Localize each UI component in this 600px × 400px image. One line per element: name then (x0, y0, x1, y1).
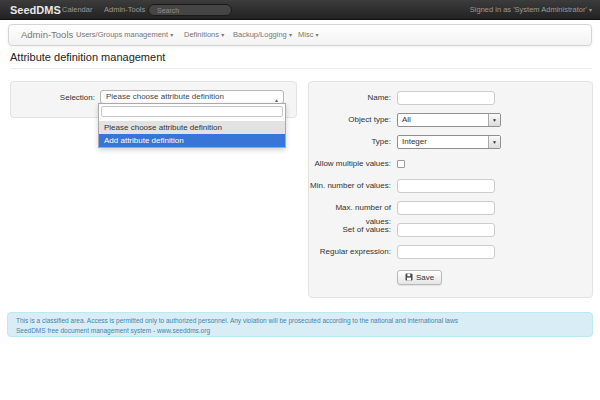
type-select-value: Integer (402, 137, 427, 146)
object-type-label: Object type: (309, 113, 391, 127)
caret-down-icon: ▾ (316, 32, 319, 38)
allow-multiple-label: Allow multiple values: (309, 157, 391, 171)
nav-backup-logging-label: Backup/Logging (233, 30, 287, 39)
regex-field[interactable] (397, 245, 495, 259)
user-menu-label: Signed in as 'System Administrator' (470, 5, 587, 14)
admin-navbar-brand[interactable]: Admin-Tools (21, 25, 73, 45)
nav-calendar[interactable]: Calendar (62, 0, 92, 20)
page-title: Attribute definition management (10, 51, 165, 63)
save-button[interactable]: Save (397, 270, 442, 285)
attribute-form-panel: Name: Object type: All ▼ Type: Integer ▼… (308, 81, 593, 298)
attribute-definition-select[interactable]: Please choose attribute definition ▴ (100, 90, 284, 104)
nav-users-groups[interactable]: Users/Groups management ▾ (76, 25, 173, 45)
page: SeedDMS Calendar Admin-Tools Signed in a… (0, 0, 600, 400)
select-arrow-icon: ▼ (488, 114, 500, 126)
allow-multiple-checkbox[interactable] (397, 160, 405, 168)
min-values-label: Min. number of values: (309, 179, 391, 193)
set-values-field[interactable] (397, 223, 495, 237)
caret-down-icon: ▾ (221, 32, 224, 38)
nav-misc[interactable]: Misc ▾ (298, 25, 319, 45)
form-row-regex: Regular expression: (309, 245, 592, 259)
select-arrow-icon: ▼ (488, 136, 500, 148)
dropdown-search-input[interactable] (101, 106, 283, 117)
user-menu[interactable]: Signed in as 'System Administrator' ▾ (470, 0, 592, 20)
divider (10, 68, 592, 69)
caret-down-icon: ▾ (589, 7, 592, 13)
attribute-definition-select-value: Please choose attribute definition (106, 92, 224, 101)
name-field[interactable] (397, 91, 495, 105)
nav-users-groups-label: Users/Groups management (76, 30, 168, 39)
select-dropdown: Please choose attribute definition Add a… (98, 103, 286, 148)
selection-label: Selection: (10, 93, 95, 102)
caret-down-icon: ▾ (170, 32, 173, 38)
save-icon (405, 273, 413, 281)
footer-notice: This is a classified area. Access is per… (7, 312, 593, 337)
form-row-object-type: Object type: All ▼ (309, 113, 592, 127)
nav-backup-logging[interactable]: Backup/Logging ▾ (233, 25, 292, 45)
save-row: Save (397, 267, 592, 285)
footer-line-1: This is a classified area. Access is per… (16, 316, 584, 326)
object-type-select[interactable]: All ▼ (397, 113, 501, 127)
option-please-choose[interactable]: Please choose attribute definition (99, 121, 285, 134)
save-button-label: Save (416, 273, 434, 282)
name-label: Name: (309, 91, 391, 105)
type-select[interactable]: Integer ▼ (397, 135, 501, 149)
form-row-max: Max. number of values: (309, 201, 592, 215)
form-row-type: Type: Integer ▼ (309, 135, 592, 149)
form-row-set: Set of values: (309, 223, 592, 237)
form-row-multiple: Allow multiple values: (309, 157, 592, 171)
regex-label: Regular expression: (309, 245, 391, 259)
admin-navbar: Admin-Tools Users/Groups management ▾ De… (8, 24, 592, 46)
max-values-field[interactable] (397, 201, 495, 215)
caret-down-icon: ▾ (289, 32, 292, 38)
brand-seeddms[interactable]: SeedDMS (10, 0, 61, 20)
nav-misc-label: Misc (298, 30, 313, 39)
nav-definitions-label: Definitions (184, 30, 219, 39)
object-type-select-value: All (402, 115, 411, 124)
form-row-name: Name: (309, 91, 592, 105)
footer-line-2: SeedDMS free document management system … (16, 326, 584, 336)
top-navbar: SeedDMS Calendar Admin-Tools Signed in a… (0, 0, 600, 20)
dropdown-options: Please choose attribute definition Add a… (99, 121, 285, 147)
min-values-field[interactable] (397, 179, 495, 193)
set-values-label: Set of values: (309, 223, 391, 237)
type-label: Type: (309, 135, 391, 149)
search-input[interactable] (148, 4, 232, 16)
form-row-min: Min. number of values: (309, 179, 592, 193)
nav-definitions[interactable]: Definitions ▾ (184, 25, 224, 45)
option-add-attribute-definition[interactable]: Add attribute definition (99, 134, 285, 147)
nav-admin-tools[interactable]: Admin-Tools (104, 0, 145, 20)
